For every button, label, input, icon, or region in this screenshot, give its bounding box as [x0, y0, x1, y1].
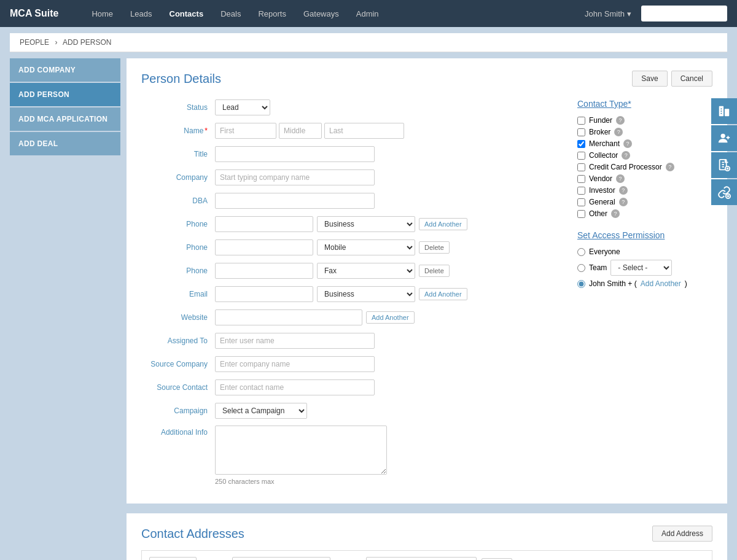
status-row: Status Lead Active Inactive	[141, 99, 559, 116]
page-container: ADD COMPANY ADD PERSON ADD MCA APPLICATI…	[10, 52, 727, 560]
email-type-select[interactable]: Business Personal Other	[317, 286, 415, 302]
checkbox-merchant-input[interactable]	[577, 140, 585, 148]
contact-type-title[interactable]: Contact Type*	[577, 99, 712, 109]
sidebar-item-add-mca[interactable]: ADD MCA APPLICATION	[10, 107, 120, 131]
name-row: Name	[141, 122, 559, 139]
breadcrumb: PEOPLE › ADD PERSON	[10, 33, 727, 52]
general-help-icon[interactable]: ?	[619, 198, 628, 206]
add-another-access-link[interactable]: Add Another	[641, 279, 681, 288]
radio-team: Team - Select -	[577, 260, 712, 276]
add-phone-button[interactable]: Add Another	[419, 218, 467, 230]
checkbox-investor-input[interactable]	[577, 187, 585, 195]
dba-label: DBA	[141, 196, 215, 205]
sidebar-item-add-deal[interactable]: ADD DEAL	[10, 132, 120, 155]
action-buttons: Save Cancel	[632, 71, 712, 87]
delete-phone-mobile-button[interactable]: Delete	[419, 241, 450, 254]
add-address-button[interactable]: Add Address	[652, 526, 712, 542]
address-type-select[interactable]: Main Billing Shipping Other	[149, 557, 197, 560]
checkbox-credit-card-processor-input[interactable]	[577, 163, 585, 171]
breadcrumb-parent[interactable]: PEOPLE	[20, 38, 49, 47]
dba-input[interactable]	[215, 193, 375, 209]
sidebar-item-add-person[interactable]: ADD PERSON	[10, 83, 120, 106]
last-name-input[interactable]	[324, 123, 404, 139]
cancel-button[interactable]: Cancel	[671, 71, 712, 87]
nav-gateways[interactable]: Gateways	[295, 0, 348, 27]
collector-help-icon[interactable]: ?	[622, 151, 630, 160]
radio-everyone-input[interactable]	[577, 248, 585, 256]
first-name-input[interactable]	[215, 123, 276, 139]
nav-user[interactable]: John Smith ▾	[585, 9, 631, 18]
search-input[interactable]	[641, 6, 727, 21]
checkbox-funder-input[interactable]	[577, 117, 585, 125]
phone-fax-input[interactable]	[215, 263, 313, 279]
phone-business-type[interactable]: Business Mobile Fax Home	[317, 216, 415, 232]
street2-input[interactable]	[366, 557, 477, 560]
radio-john-smith-input[interactable]	[577, 280, 585, 288]
nav-deals[interactable]: Deals	[212, 0, 249, 27]
address-header: Contact Addresses Add Address	[141, 526, 712, 542]
svg-rect-1	[725, 109, 729, 116]
char-max-label: 250 characters max	[215, 478, 387, 485]
icon-bar-building[interactable]	[711, 98, 737, 124]
title-input[interactable]	[215, 146, 375, 162]
additional-info-textarea[interactable]	[215, 426, 387, 475]
nav-admin[interactable]: Admin	[348, 0, 388, 27]
source-contact-label: Source Contact	[141, 383, 215, 392]
access-permission-title[interactable]: Set Access Permission	[577, 230, 712, 240]
email-input[interactable]	[215, 286, 313, 302]
phone-mobile-input[interactable]	[215, 239, 313, 255]
checkbox-other-input[interactable]	[577, 210, 585, 218]
website-input[interactable]	[215, 309, 362, 325]
street1-input[interactable]	[232, 557, 330, 560]
source-contact-row: Source Contact	[141, 379, 559, 396]
funder-help-icon[interactable]: ?	[616, 116, 625, 125]
icon-bar-document[interactable]	[711, 152, 737, 178]
other-help-icon[interactable]: ?	[611, 209, 620, 218]
form-right: Contact Type* Funder ? Broker ?	[577, 99, 712, 491]
radio-team-input[interactable]	[577, 264, 585, 272]
vendor-help-icon[interactable]: ?	[616, 174, 625, 183]
investor-help-icon[interactable]: ?	[619, 186, 628, 195]
phone-fax-type[interactable]: Business Mobile Fax	[317, 263, 415, 279]
email-group: Business Personal Other Add Another	[215, 286, 467, 302]
nav-reports[interactable]: Reports	[249, 0, 295, 27]
icon-bar-person-add[interactable]	[711, 125, 737, 151]
phone-mobile-type[interactable]: Business Mobile Fax	[317, 239, 415, 255]
checkbox-credit-card-processor: Credit Card Processor ?	[577, 163, 712, 171]
company-input[interactable]	[215, 169, 375, 185]
source-company-input[interactable]	[215, 356, 375, 372]
status-label: Status	[141, 103, 215, 112]
save-button[interactable]: Save	[632, 71, 667, 87]
phone-business-input[interactable]	[215, 216, 313, 232]
assigned-to-input[interactable]	[215, 333, 375, 349]
svg-rect-4	[721, 113, 722, 114]
checkbox-collector-input[interactable]	[577, 152, 585, 160]
broker-help-icon[interactable]: ?	[614, 128, 623, 136]
checkbox-broker-input[interactable]	[577, 128, 585, 136]
checkbox-other: Other ?	[577, 209, 712, 218]
campaign-select[interactable]: Select a Campaign	[215, 403, 307, 419]
nav-leads[interactable]: Leads	[122, 0, 160, 27]
middle-name-input[interactable]	[279, 123, 322, 139]
delete-phone-fax-button[interactable]: Delete	[419, 265, 450, 277]
add-website-button[interactable]: Add Another	[366, 311, 415, 324]
nav-contacts[interactable]: Contacts	[161, 0, 213, 27]
checkbox-general-input[interactable]	[577, 198, 585, 206]
merchant-help-icon[interactable]: ?	[623, 139, 632, 148]
icon-bar-link[interactable]	[711, 179, 737, 205]
team-select[interactable]: - Select -	[610, 260, 672, 276]
campaign-row: Campaign Select a Campaign	[141, 402, 559, 419]
phone-label-3: Phone	[141, 266, 215, 275]
status-select[interactable]: Lead Active Inactive	[215, 99, 270, 115]
sidebar-item-add-company[interactable]: ADD COMPANY	[10, 58, 120, 82]
nav-home[interactable]: Home	[83, 0, 122, 27]
source-contact-input[interactable]	[215, 379, 375, 395]
title-label: Title	[141, 150, 215, 158]
credit-card-processor-help-icon[interactable]: ?	[666, 163, 674, 171]
dba-row: DBA	[141, 192, 559, 209]
top-nav: MCA Suite Home Leads Contacts Deals Repo…	[0, 0, 737, 27]
checkbox-broker: Broker ?	[577, 128, 712, 136]
checkbox-vendor-input[interactable]	[577, 175, 585, 183]
checkbox-merchant: Merchant ?	[577, 139, 712, 148]
add-email-button[interactable]: Add Another	[419, 288, 467, 300]
